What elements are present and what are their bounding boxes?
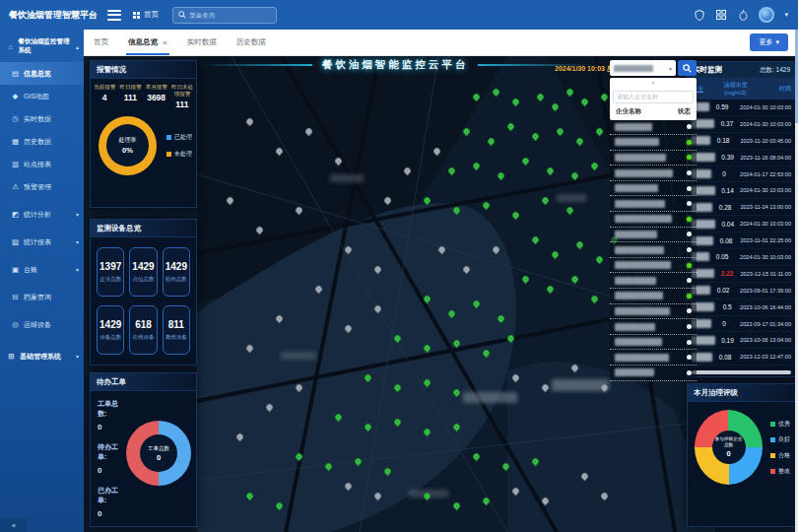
- sidebar-item-label: 站点报表: [24, 160, 51, 169]
- company-row[interactable]: [610, 212, 697, 228]
- sidebar-item-alarm-manage[interactable]: ⚠预警管理: [0, 175, 84, 198]
- sidebar-item-label: 档案查询: [24, 293, 51, 302]
- company-search-overlay: ▾ ▴ 企业名称 状态: [610, 60, 697, 381]
- menu-search-input[interactable]: [189, 12, 268, 19]
- realtime-row[interactable]: 0.042024-01-30 10:03:00: [688, 216, 795, 233]
- company-row[interactable]: [610, 166, 697, 181]
- company-row[interactable]: [610, 181, 697, 197]
- sidebar-item-ledger[interactable]: ▣台账▾: [0, 258, 84, 281]
- realtime-title: 实时监测: [693, 65, 722, 75]
- chevron-up-icon[interactable]: ▴: [613, 79, 694, 85]
- realtime-row[interactable]: 0.082023-11-01 22:25:00: [688, 233, 795, 249]
- workorder-stat-label: 待办工单:: [98, 442, 126, 462]
- home-breadcrumb[interactable]: 首页: [133, 10, 159, 20]
- tab-首页[interactable]: 首页: [94, 30, 108, 55]
- realtime-row[interactable]: 02024-01-17 22:53:00: [688, 166, 795, 183]
- company-dropdown-panel: ▴ 企业名称 状态: [610, 78, 697, 120]
- sidebar: ⌂ 餐饮油烟监控管理系统 ▴ ▤信息总览◆GIS地图◷实时数据▦历史数据▥站点报…: [0, 30, 84, 532]
- realtime-row[interactable]: 02022-09-17 01:34:00: [688, 316, 795, 333]
- realtime-row[interactable]: 0.192023-10-06 13:04:00: [688, 332, 795, 349]
- sidebar-item-realtime-data[interactable]: ◷实时数据: [0, 107, 84, 130]
- device-panel-title: 监测设备总览: [91, 220, 196, 237]
- company-select[interactable]: ▾: [610, 60, 676, 76]
- company-row[interactable]: [610, 304, 697, 320]
- legend-swatch: [770, 422, 775, 427]
- realtime-row[interactable]: 0.052024-01-30 10:03:00: [688, 249, 795, 266]
- redacted-company-name: [615, 292, 663, 299]
- company-row[interactable]: [610, 289, 697, 304]
- realtime-row[interactable]: 0.082023-12-03 12:47:00: [688, 349, 795, 366]
- sidebar-item-label: 历史数据: [24, 137, 51, 147]
- density-value: 0.18: [710, 137, 736, 144]
- flame-icon[interactable]: [737, 9, 749, 21]
- shield-icon[interactable]: [694, 9, 705, 21]
- alarm-donut-label: 处理率: [119, 136, 137, 145]
- device-stat-label: 离线设备: [166, 334, 187, 341]
- redacted-company-name: [615, 277, 656, 285]
- alarm-stat-value: 111: [169, 100, 195, 109]
- alarm-stat-value: 111: [117, 93, 143, 102]
- company-row[interactable]: [610, 319, 697, 335]
- more-button[interactable]: 更多 ▾: [750, 33, 788, 51]
- menu-search-box[interactable]: [172, 7, 277, 24]
- workorder-stat: 已办工单:0: [98, 486, 126, 518]
- company-row[interactable]: [610, 228, 697, 243]
- horizontal-scrollbar[interactable]: [692, 370, 791, 374]
- menu-toggle-icon[interactable]: [107, 10, 121, 21]
- sidebar-collapse-button[interactable]: «: [0, 518, 28, 532]
- company-row[interactable]: [610, 366, 697, 381]
- realtime-row[interactable]: 0.022023-09-01 17:39:00: [688, 283, 795, 299]
- sidebar-nav: ▤信息总览◆GIS地图◷实时数据▦历史数据▥站点报表⚠预警管理◩统计分析▾▧统计…: [0, 62, 84, 367]
- density-value: 0.08: [713, 237, 739, 244]
- alarm-stat-value: 3698: [144, 93, 169, 102]
- sidebar-item-gis-map[interactable]: ◆GIS地图: [0, 85, 84, 107]
- company-row[interactable]: [610, 135, 697, 151]
- sidebar-root-menu[interactable]: ⌂ 餐饮油烟监控管理系统 ▴: [0, 30, 84, 62]
- realtime-row[interactable]: 0.392023-11-16 08:04:00: [688, 150, 795, 166]
- alarm-panel-title: 报警情况: [91, 61, 196, 79]
- sidebar-item-archive[interactable]: ⊟档案查询: [0, 286, 84, 308]
- density-value: 0.5: [714, 303, 740, 310]
- sidebar-item-base-system[interactable]: ⊞基础管理系统▾: [0, 345, 84, 367]
- realtime-row[interactable]: 2.222023-12-15 01:11:00: [688, 266, 795, 283]
- sidebar-item-history-data[interactable]: ▦历史数据: [0, 130, 84, 153]
- company-row[interactable]: [610, 196, 697, 212]
- stat-analysis-icon: ◩: [11, 210, 20, 219]
- sidebar-item-stat-report[interactable]: ▧统计报表▾: [0, 231, 84, 253]
- company-search-button[interactable]: [678, 60, 697, 76]
- user-avatar[interactable]: [759, 7, 774, 23]
- reading-time: 2024-01-30 10:03:00: [735, 104, 791, 110]
- realtime-row[interactable]: 0.372024-01-30 10:03:00: [688, 116, 795, 133]
- realtime-row[interactable]: 0.592024-01-30 10:03:00: [688, 100, 795, 116]
- company-row[interactable]: [610, 242, 697, 258]
- apps-icon[interactable]: [715, 9, 727, 21]
- dashboard: 餐饮油烟智能监控云平台 2024/1/30 10:03 星期二 报警情况 当前报…: [84, 56, 798, 532]
- status-dot-offline: [687, 124, 692, 129]
- sidebar-item-overview[interactable]: ▤信息总览: [0, 62, 84, 85]
- tab-历史数据[interactable]: 历史数据: [236, 30, 266, 55]
- sidebar-item-site-report[interactable]: ▥站点报表: [0, 153, 84, 175]
- gis-map-icon: ◆: [11, 92, 20, 100]
- workorder-panel: 待办工单 工单总数:0待办工单:0已办工单:0 工单总数 0: [90, 372, 197, 527]
- realtime-row[interactable]: 0.182023-11-10 03:45:00: [688, 133, 795, 150]
- company-row[interactable]: [610, 258, 697, 274]
- chevron-down-icon: ▾: [76, 266, 79, 273]
- sidebar-item-stat-analysis[interactable]: ◩统计分析▾: [0, 203, 84, 226]
- tab-信息总览[interactable]: 信息总览×: [128, 30, 167, 55]
- realtime-row[interactable]: 0.142024-01-30 10:03:00: [688, 182, 795, 199]
- company-name-input[interactable]: [613, 91, 694, 103]
- chevron-down-icon[interactable]: ▾: [784, 11, 788, 19]
- tab-实时数据[interactable]: 实时数据: [187, 30, 217, 55]
- company-row[interactable]: [610, 120, 697, 136]
- realtime-row[interactable]: 0.52023-10-06 16:44:00: [688, 299, 795, 316]
- company-row[interactable]: [610, 151, 697, 166]
- sidebar-item-label: 基础管理系统: [20, 352, 61, 362]
- close-tab-icon[interactable]: ×: [163, 38, 167, 47]
- sidebar-item-ops-device[interactable]: ◎运维设备: [0, 313, 84, 336]
- company-row[interactable]: [610, 273, 697, 289]
- rating-donut-chart: 参与评级企业总数 0: [695, 410, 763, 485]
- company-row[interactable]: [610, 335, 697, 351]
- sidebar-item-label: GIS地图: [24, 92, 49, 101]
- company-row[interactable]: [610, 350, 697, 366]
- realtime-row[interactable]: 0.282023-11-24 13:00:00: [688, 199, 795, 216]
